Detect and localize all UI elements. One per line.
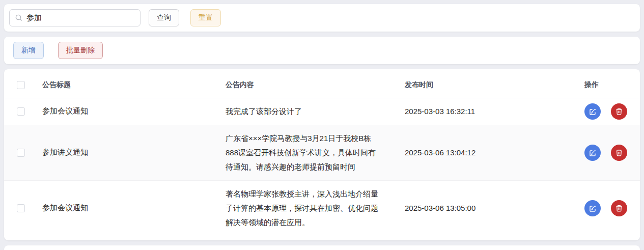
edit-icon <box>589 149 597 157</box>
row-checkbox[interactable] <box>17 204 25 212</box>
query-button[interactable]: 查询 <box>149 9 179 26</box>
reset-button[interactable]: 重置 <box>190 9 221 26</box>
table-header-row: 公告标题 公告内容 发布时间 操作 <box>4 72 640 98</box>
search-panel: 查询 重置 <box>4 4 640 32</box>
delete-button[interactable] <box>611 103 627 120</box>
column-header-actions: 操作 <box>584 72 640 98</box>
pagination: ‹ 1 › <box>4 245 640 250</box>
column-header-content: 公告内容 <box>226 72 405 98</box>
publish-time: 2025-03-03 16:32:11 <box>405 107 475 116</box>
announcement-title: 参加讲义通知 <box>42 148 88 156</box>
publish-time: 2025-03-06 13:04:12 <box>405 148 475 157</box>
search-icon <box>15 14 23 22</box>
row-checkbox[interactable] <box>17 107 25 116</box>
add-button[interactable]: 新增 <box>13 42 44 59</box>
announcement-content: 著名物理学家张教授主讲，深入浅出地介绍量子计算的基本原理，探讨其在加密、优化问题… <box>226 180 405 236</box>
column-header-title: 公告标题 <box>42 72 226 98</box>
publish-time: 2025-03-06 13:05:00 <box>405 204 475 212</box>
edit-icon <box>589 204 597 212</box>
edit-button[interactable] <box>584 145 601 161</box>
toolbar: 新增 批量删除 <box>4 37 640 64</box>
table-row: 参加会议通知 我完成了该部分设计了 2025-03-03 16:32:11 <box>4 98 640 125</box>
trash-icon <box>615 149 623 157</box>
announcement-title: 参加会议通知 <box>42 203 88 212</box>
column-header-time: 发布时间 <box>405 72 584 98</box>
row-checkbox[interactable] <box>17 149 25 157</box>
announcement-content: 我完成了该部分设计了 <box>226 98 405 125</box>
trash-icon <box>615 204 623 212</box>
edit-icon <box>589 107 597 116</box>
batch-delete-button[interactable]: 批量删除 <box>58 42 103 59</box>
search-input[interactable] <box>26 10 140 26</box>
select-all-checkbox[interactable] <box>17 81 25 89</box>
edit-button[interactable] <box>584 200 601 216</box>
table-row: 参加讲义通知 广东省×××学院马教授与3月21日于我校B栋888课室召开科技创新… <box>4 125 640 180</box>
delete-button[interactable] <box>611 145 627 161</box>
edit-button[interactable] <box>584 103 601 120</box>
announcement-table: 公告标题 公告内容 发布时间 操作 参加会议通知 我完成了该部分设计了 2025… <box>4 72 640 236</box>
search-box[interactable] <box>9 9 141 26</box>
table-row: 参加会议通知 著名物理学家张教授主讲，深入浅出地介绍量子计算的基本原理，探讨其在… <box>4 180 640 236</box>
trash-icon <box>615 107 623 116</box>
delete-button[interactable] <box>611 200 627 216</box>
announcement-title: 参加会议通知 <box>42 106 88 115</box>
announcement-table-card: 公告标题 公告内容 发布时间 操作 参加会议通知 我完成了该部分设计了 2025… <box>4 69 640 240</box>
announcement-content: 广东省×××学院马教授与3月21日于我校B栋888课室召开科技创新学术讲义，具体… <box>226 125 405 180</box>
